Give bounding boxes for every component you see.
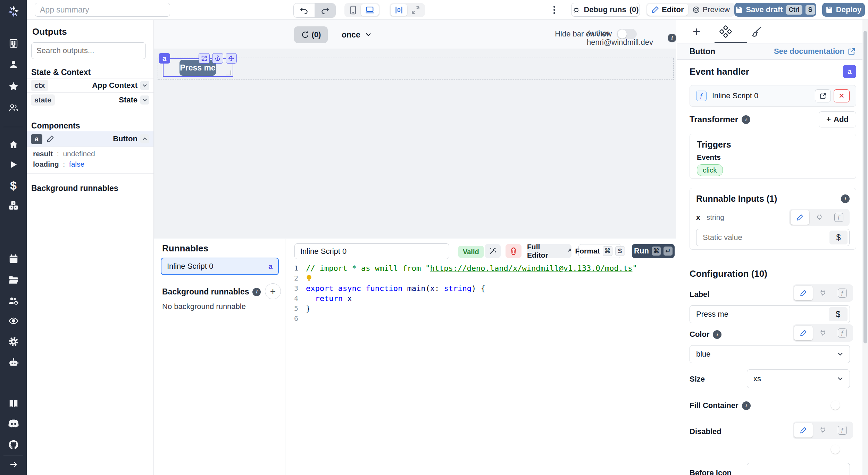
code-editor[interactable]: 1// import * as wmill from "https://deno…: [286, 263, 676, 475]
redo-button[interactable]: [315, 3, 335, 17]
mobile-view-button[interactable]: [345, 4, 361, 16]
info-icon[interactable]: i: [742, 115, 750, 124]
center-align-button[interactable]: [391, 4, 407, 16]
output-row-ctx[interactable]: ctx App Context: [27, 78, 153, 93]
connect-mode-plug-icon[interactable]: [813, 423, 832, 438]
tab-insert-plus[interactable]: +: [690, 23, 703, 41]
ai-robot-icon[interactable]: [0, 357, 27, 368]
schedules-calendar-icon[interactable]: [0, 253, 27, 264]
groups-gear-icon[interactable]: [0, 295, 27, 306]
before-icon-select[interactable]: [747, 463, 850, 475]
desktop-view-button[interactable]: [361, 4, 379, 16]
ai-wand-button[interactable]: [485, 244, 501, 258]
workspace-icon[interactable]: [0, 38, 27, 49]
anchor-icon[interactable]: [212, 53, 223, 64]
run-button[interactable]: Run ⌘ ↵: [632, 244, 675, 258]
tab-editor[interactable]: Editor: [647, 4, 688, 16]
code-line[interactable]: 1// import * as wmill from "https://deno…: [286, 263, 676, 273]
remove-script-button[interactable]: ✕: [834, 89, 850, 102]
open-script-button[interactable]: [815, 89, 831, 102]
save-draft-button[interactable]: Save draft Ctrl S: [734, 3, 816, 17]
discord-icon[interactable]: [0, 419, 27, 429]
info-icon[interactable]: i: [841, 194, 850, 203]
info-icon[interactable]: i: [668, 34, 676, 42]
app-canvas[interactable]: a Press me: [154, 49, 676, 239]
chevron-down-icon[interactable]: [140, 81, 149, 90]
connect-mode-plug-icon[interactable]: [813, 326, 832, 340]
expand-component-icon[interactable]: [199, 53, 210, 64]
variables-dollar-icon[interactable]: $: [0, 179, 27, 192]
folders-icon[interactable]: [0, 274, 27, 285]
code-line[interactable]: 6: [286, 314, 676, 324]
code-line[interactable]: 4 return x: [286, 293, 676, 303]
output-row-state[interactable]: state State: [27, 93, 153, 107]
eval-mode-fx-icon[interactable]: ƒ: [829, 210, 848, 225]
event-script-row[interactable]: ƒ Inline Script 0 ✕: [690, 85, 856, 107]
connect-mode-plug-icon[interactable]: [810, 210, 829, 225]
info-icon[interactable]: i: [252, 288, 261, 296]
label-field[interactable]: $: [690, 305, 850, 323]
undo-button[interactable]: [294, 3, 315, 17]
component-row-a[interactable]: a Button: [27, 131, 153, 147]
collapse-arrow-icon[interactable]: [0, 460, 27, 469]
settings-gear-icon[interactable]: [0, 336, 27, 347]
info-icon[interactable]: i: [742, 401, 751, 410]
see-documentation-link[interactable]: See documentation: [774, 47, 856, 56]
eval-mode-fx-icon[interactable]: ƒ: [833, 326, 852, 340]
press-me-button[interactable]: Press me: [180, 60, 216, 76]
delete-script-button[interactable]: [506, 244, 521, 258]
code-line[interactable]: 3export async function main(x: string) {: [286, 283, 676, 293]
static-mode-pencil-icon[interactable]: [794, 286, 813, 300]
user-icon[interactable]: [0, 59, 27, 70]
favorites-star-icon[interactable]: [0, 81, 27, 92]
schedule-dropdown[interactable]: once: [342, 26, 372, 43]
members-icon[interactable]: [0, 102, 27, 114]
edit-pencil-icon[interactable]: [47, 135, 54, 143]
label-input[interactable]: [695, 309, 829, 319]
app-summary-input[interactable]: [35, 3, 170, 17]
docs-book-icon[interactable]: [0, 398, 27, 409]
color-select[interactable]: blue: [690, 345, 850, 363]
lightbulb-icon[interactable]: [306, 274, 312, 283]
inspector-scrollbar-thumb[interactable]: [863, 31, 867, 343]
github-icon[interactable]: [0, 439, 27, 450]
chevron-up-icon[interactable]: [140, 134, 149, 143]
move-component-icon[interactable]: [226, 53, 237, 64]
size-select[interactable]: xs: [747, 369, 850, 388]
script-name-input[interactable]: [294, 243, 449, 259]
code-line[interactable]: 5}: [286, 303, 676, 314]
tab-preview[interactable]: Preview: [688, 4, 734, 16]
refresh-button[interactable]: (0): [294, 26, 328, 43]
static-mode-pencil-icon[interactable]: [794, 326, 813, 340]
runnable-item-inline-script-0[interactable]: Inline Script 0 a: [161, 258, 279, 275]
resources-cubes-icon[interactable]: [0, 200, 27, 211]
inspector-scrollbar-track[interactable]: [862, 20, 868, 475]
eval-mode-fx-icon[interactable]: ƒ: [833, 286, 852, 300]
more-menu-kebab[interactable]: [552, 5, 557, 15]
code-line[interactable]: 2: [286, 273, 676, 283]
windmill-logo-icon[interactable]: [0, 4, 27, 19]
home-icon[interactable]: [0, 140, 27, 150]
dollar-template-button[interactable]: $: [829, 231, 848, 244]
info-icon[interactable]: i: [713, 330, 721, 339]
search-outputs-input[interactable]: [31, 42, 146, 59]
full-editor-button[interactable]: Full Editor: [527, 244, 571, 258]
debug-runs-button[interactable]: Debug runs (0): [571, 3, 640, 17]
tab-theme-brush-icon[interactable]: [751, 25, 763, 38]
dollar-template-button[interactable]: $: [829, 307, 848, 321]
add-transformer-button[interactable]: +Add: [819, 111, 856, 127]
chevron-down-icon[interactable]: [140, 95, 149, 105]
deploy-button[interactable]: Deploy: [822, 3, 865, 17]
fullscreen-button[interactable]: [407, 4, 424, 16]
add-background-runnable-button[interactable]: +: [265, 283, 281, 299]
static-mode-pencil-icon[interactable]: [791, 210, 809, 225]
static-value-field[interactable]: $: [696, 229, 850, 246]
static-mode-pencil-icon[interactable]: [794, 423, 813, 438]
connect-mode-plug-icon[interactable]: [813, 286, 832, 300]
format-button[interactable]: Format ⌘ S: [578, 244, 621, 258]
eval-mode-fx-icon[interactable]: ƒ: [833, 423, 852, 438]
static-value-input[interactable]: [702, 233, 829, 242]
audit-eye-icon[interactable]: [0, 316, 27, 326]
tab-components-icon[interactable]: [719, 25, 732, 38]
runs-play-icon[interactable]: [0, 160, 27, 169]
